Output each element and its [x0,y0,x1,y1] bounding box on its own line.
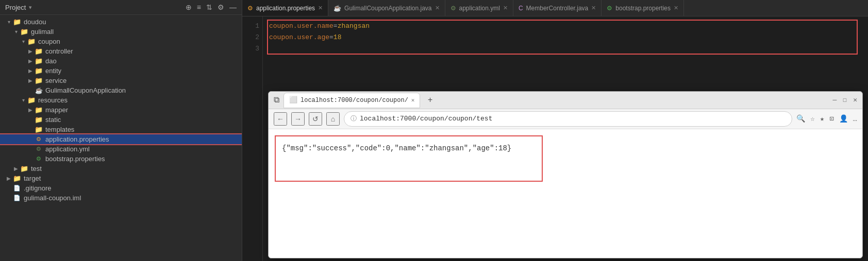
arrow-icon: ▶ [12,166,20,171]
tree-label: .gitignore [24,184,51,192]
browser-titlebar-controls: — ☐ ✕ [833,95,857,106]
address-bar[interactable]: ⓘ localhost:7000/coupon/coupon/test [344,111,792,127]
tree-item-service[interactable]: ▶ 📁 service [0,76,242,85]
tree-item-test[interactable]: ▶ 📁 test [0,164,242,173]
minimize-icon[interactable]: — [229,3,237,11]
props-tab-icon: ⚙ [247,5,253,12]
tree-item-doudou[interactable]: ▾ 📁 doudou [0,17,242,27]
arrow-icon: ▶ [27,107,34,113]
arrow-icon: ▶ [27,58,34,64]
maximize-window-icon[interactable]: ☐ [843,95,847,106]
tree-label: doudou [24,18,46,26]
tab-member-controller[interactable]: C MemberController.java ✕ [513,0,602,16]
tab-label: bootstrap.properties [615,5,671,12]
tree-label: entity [45,67,61,75]
editor-area: 1 2 3 coupon.user.name=zhangsan coupon.u… [242,16,868,261]
info-icon: ⓘ [350,113,357,125]
tree-item-static[interactable]: 📁 static [0,115,242,125]
browser-titlebar: ⧉ ⬜ localhost:7000/coupon/coupon/ ✕ + — … [269,92,862,109]
folder-icon: 📁 [20,165,29,172]
refresh-button[interactable]: ↺ [309,112,322,126]
close-window-icon[interactable]: ✕ [853,95,857,106]
arrow-placeholder [27,146,34,152]
tab-gulimall-application[interactable]: ☕ GulimallCouponApplication.java ✕ [328,0,445,16]
tree-item-mapper[interactable]: ▶ 📁 mapper [0,105,242,115]
tree-label: coupon [38,38,60,45]
arrow-icon: ▶ [27,78,34,83]
minimize-window-icon[interactable]: — [833,95,837,106]
line-numbers: 1 2 3 [242,16,263,261]
tree-item-resources[interactable]: ▾ 📁 resources [0,95,242,105]
sort-icon[interactable]: ⇅ [206,3,212,11]
folder-icon: 📁 [34,116,43,124]
tree-item-gulimall[interactable]: ▾ 📁 gulimall [0,27,242,37]
props-file-icon: ⚙ [34,136,43,143]
tree-item-target[interactable]: ▶ 📁 target [0,173,242,183]
tab-close-icon[interactable]: ✕ [503,5,508,11]
arrow-placeholder [27,117,34,123]
globe-icon[interactable]: ⊕ [186,3,192,11]
folder-icon: 📁 [34,57,43,65]
line-number: 1 [242,21,259,32]
zoom-icon[interactable]: 🔍 [796,113,805,125]
arrow-icon: ▶ [5,176,12,181]
tree-label: mapper [45,106,68,114]
tree-item-gulimall-coupon-app[interactable]: ☕ GulimallCouponApplication [0,85,242,95]
boot-tab-icon: ⚙ [607,5,612,12]
code-content[interactable]: coupon.user.name=zhangsan coupon.user.ag… [263,16,868,261]
tree-label: dao [45,57,57,65]
browser-tab-label: localhost:7000/coupon/coupon/ [301,95,408,106]
tree-label: service [45,77,66,84]
tab-application-properties[interactable]: ⚙ application.properties ✕ [242,0,328,16]
tab-close-icon[interactable]: ✕ [435,5,440,11]
arrow-icon: ▾ [20,97,27,103]
folder-icon: 📁 [34,67,43,75]
settings-icon[interactable]: ⚙ [218,3,224,11]
browser-tab[interactable]: ⬜ localhost:7000/coupon/coupon/ ✕ [283,93,420,108]
tree-item-application-properties[interactable]: ⚙ application.properties [0,134,242,144]
tree-item-application-yml[interactable]: ⚙ application.yml [0,144,242,154]
code-line-2: coupon.user.age=18 [269,32,862,43]
tab-bootstrap-properties[interactable]: ⚙ bootstrap.properties ✕ [602,0,684,16]
tree-item-iml[interactable]: 📄 gulimall-coupon.iml [0,193,242,203]
tree-item-dao[interactable]: ▶ 📁 dao [0,56,242,66]
browser-tab-close[interactable]: ✕ [411,95,415,106]
list-icon[interactable]: ≡ [197,3,201,11]
back-button[interactable]: ← [274,112,287,126]
java-file-icon: ☕ [34,87,43,94]
favorites-icon[interactable]: ★ [820,113,824,125]
tree-item-entity[interactable]: ▶ 📁 entity [0,66,242,76]
tree-item-gitignore[interactable]: 📄 .gitignore [0,183,242,193]
sidebar-title: Project [5,4,26,11]
arrow-placeholder [27,156,34,162]
more-icon[interactable]: … [853,113,857,125]
star-outline-icon[interactable]: ☆ [810,113,814,125]
tree-item-coupon[interactable]: ▾ 📁 coupon [0,37,242,46]
address-bar-right-icons: 🔍 ☆ ★ ⊡ 👤 … [796,113,857,125]
tab-application-yml[interactable]: ⚙ application.yml ✕ [445,0,513,16]
arrow-icon: ▶ [27,48,34,54]
profile-icon[interactable]: 👤 [839,113,848,125]
share-icon[interactable]: ⊡ [829,113,833,125]
tree-item-controller[interactable]: ▶ 📁 controller [0,46,242,56]
tree-label: templates [45,126,74,133]
forward-button[interactable]: → [291,112,305,126]
tab-label: application.properties [256,5,315,12]
tab-close-icon[interactable]: ✕ [318,5,323,11]
yml-tab-icon: ⚙ [450,5,456,12]
tab-close-icon[interactable]: ✕ [674,5,678,11]
tree-item-bootstrap-properties[interactable]: ⚙ bootstrap.properties [0,154,242,164]
tree-item-templates[interactable]: 📁 templates [0,125,242,134]
new-tab-button[interactable]: + [424,95,436,106]
folder-icon: 📁 [27,38,36,45]
page-switcher-icon[interactable]: ⧉ [274,95,279,106]
arrow-placeholder [5,195,12,201]
tab-bar: ⚙ application.properties ✕ ☕ GulimallCou… [242,0,868,16]
home-button[interactable]: ⌂ [326,112,340,126]
folder-icon: 📁 [27,96,36,104]
arrow-icon: ▶ [27,68,34,74]
folder-icon: 📁 [12,18,22,26]
code-value: 18 [333,32,342,43]
folder-icon: 📁 [34,77,43,84]
tab-close-icon[interactable]: ✕ [591,5,596,11]
